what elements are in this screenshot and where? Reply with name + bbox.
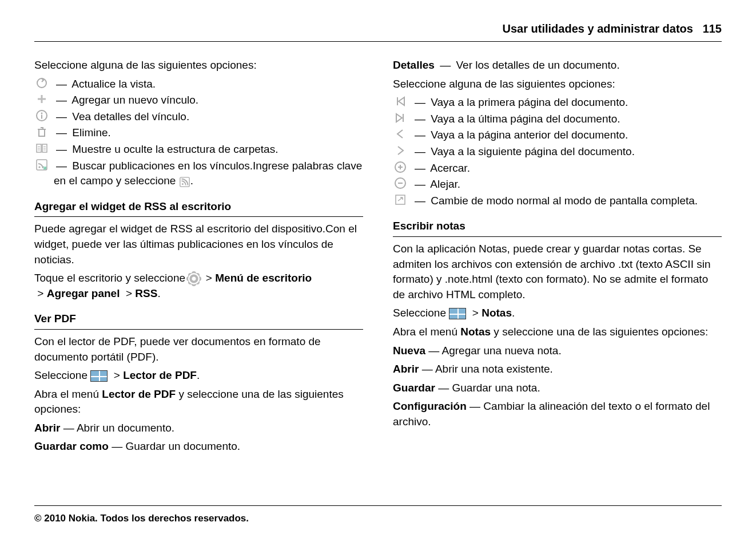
first-page-icon: [393, 95, 408, 108]
app-menu-icon: [90, 370, 108, 382]
section-ver-pdf: Ver PDF: [34, 311, 363, 330]
definition-term: Nueva: [393, 345, 425, 357]
definition-row: Abrir — Abrir un documento.: [34, 421, 363, 436]
option-row: — Vaya a la siguiente página del documen…: [393, 144, 722, 160]
agregar-panel: Agregar panel: [47, 287, 120, 299]
right-column: Detalles — Ver los detalles de un docume…: [393, 54, 722, 458]
fullscreen-icon: [393, 193, 408, 206]
option-row: — Vaya a la página anterior del document…: [393, 128, 722, 143]
option-row: — Muestre u oculte la estructura de carp…: [34, 142, 363, 157]
left-column: Seleccione alguna de las siguientes opci…: [34, 54, 363, 458]
zoom-out-icon: [393, 177, 408, 189]
option-row: — Actualice la vista.: [34, 77, 363, 92]
trash-icon: [34, 125, 49, 138]
definition-row: Guardar como — Guardar un documento.: [34, 439, 363, 454]
option-row: — Vea detalles del vínculo.: [34, 109, 363, 125]
option-text: Buscar publicaciones en los vínculos.Ing…: [54, 160, 362, 187]
plus-icon: [34, 93, 49, 105]
notes-menu-intro: Abra el menú Notas y seleccione una de l…: [393, 325, 722, 340]
notes-select: Seleccione > Notas.: [393, 306, 722, 321]
option-text: Vaya a la primera página del documento.: [431, 96, 628, 108]
page-number: 115: [703, 22, 722, 35]
option-text: Cambie de modo normal al modo de pantall…: [431, 195, 698, 207]
prev-page-icon: [393, 128, 408, 140]
option-row: — Cambie de modo normal al modo de panta…: [393, 193, 722, 209]
definition-row: Nueva — Agregar una nueva nota.: [393, 343, 722, 359]
running-header: Usar utilidades y administrar datos 115: [34, 21, 722, 42]
header-title: Usar utilidades y administrar datos: [503, 22, 693, 35]
option-text: Vaya a la siguiente página del documento…: [431, 145, 635, 157]
definition-row: Guardar — Guardar una nota.: [393, 381, 722, 396]
option-text: Acercar.: [430, 162, 470, 174]
zoom-in-icon: [393, 161, 408, 173]
option-row: — Buscar publicaciones en los vínculos.I…: [34, 159, 363, 189]
option-row: — Vaya a la última página del documento.: [393, 112, 722, 127]
next-page-icon: [393, 144, 408, 157]
notas-target: Notas: [482, 307, 512, 319]
option-text: Vea detalles del vínculo.: [72, 110, 189, 122]
definition-desc: — Guardar un documento.: [109, 440, 240, 452]
option-text: Actualice la vista.: [71, 78, 156, 90]
info-icon: [34, 109, 49, 122]
option-text: Muestre u oculte la estructura de carpet…: [72, 143, 278, 155]
detalles-row: Detalles — Ver los detalles de un docume…: [393, 58, 722, 73]
definition-desc: — Abrir un documento.: [60, 422, 174, 434]
section-escribir-notas: Escribir notas: [393, 219, 722, 237]
folders-icon: [34, 142, 49, 155]
menu-escritorio: Menú de escritorio: [215, 272, 312, 284]
definition-desc: — Agregar una nueva nota.: [425, 345, 562, 357]
definition-row: Abrir — Abrir una nota existente.: [393, 362, 722, 377]
rss-path: Toque el escritorio y seleccione > Menú …: [34, 271, 363, 301]
option-text: Vaya a la página anterior del documento.: [431, 129, 628, 141]
lector-pdf: Lector de PDF: [123, 369, 197, 381]
gear-icon: [188, 273, 200, 284]
last-page-icon: [393, 112, 408, 124]
pdf-menu-intro: Abra el menú Lector de PDF y seleccione …: [34, 387, 363, 417]
right-intro: Seleccione alguna de las siguientes opci…: [393, 77, 722, 92]
option-text: Alejar.: [430, 178, 460, 190]
content-columns: Seleccione alguna de las siguientes opci…: [34, 54, 722, 458]
definition-desc: — Abrir una nota existente.: [419, 363, 552, 375]
notes-body: Con la aplicación Notas, puede crear y g…: [393, 242, 722, 302]
pdf-body: Con el lector de PDF, puede ver document…: [34, 334, 363, 365]
pdf-select: Seleccione > Lector de PDF.: [34, 368, 363, 383]
rss-body: Puede agregar el widget de RSS al escrit…: [34, 221, 363, 267]
definition-term: Abrir: [393, 363, 419, 375]
refresh-icon: [34, 77, 49, 89]
manual-page: Usar utilidades y administrar datos 115 …: [0, 0, 756, 546]
definition-term: Abrir: [34, 422, 60, 434]
copyright-footer: © 2010 Nokia. Todos los derechos reserva…: [34, 505, 722, 525]
option-text: Vaya a la última página del documento.: [431, 113, 620, 125]
rss-target: RSS: [135, 287, 157, 299]
definition-term: Guardar como: [34, 440, 109, 452]
option-row: — Acercar.: [393, 161, 722, 176]
option-text: Elimine.: [72, 126, 111, 139]
term-detalles: Detalles: [393, 59, 435, 71]
option-row: — Alejar.: [393, 177, 722, 192]
section-rss-widget: Agregar el widget de RSS al escritorio: [34, 199, 363, 217]
definition-desc: — Guardar una nota.: [435, 382, 540, 394]
option-row: — Vaya a la primera página del documento…: [393, 95, 722, 110]
left-intro: Seleccione alguna de las siguientes opci…: [34, 58, 363, 73]
app-menu-icon: [449, 308, 466, 319]
option-row: — Elimine.: [34, 125, 363, 141]
option-row: — Agregar un nuevo vínculo.: [34, 93, 363, 108]
rss-icon: [179, 176, 190, 187]
definition-term: Guardar: [393, 382, 435, 394]
rss-search-icon: [34, 159, 49, 171]
definition-term: Configuración: [393, 400, 467, 412]
definition-row: Configuración — Cambiar la alineación de…: [393, 399, 722, 429]
detalles-desc: Ver los detalles de un documento.: [456, 59, 619, 71]
option-text: Agregar un nuevo vínculo.: [71, 94, 198, 106]
